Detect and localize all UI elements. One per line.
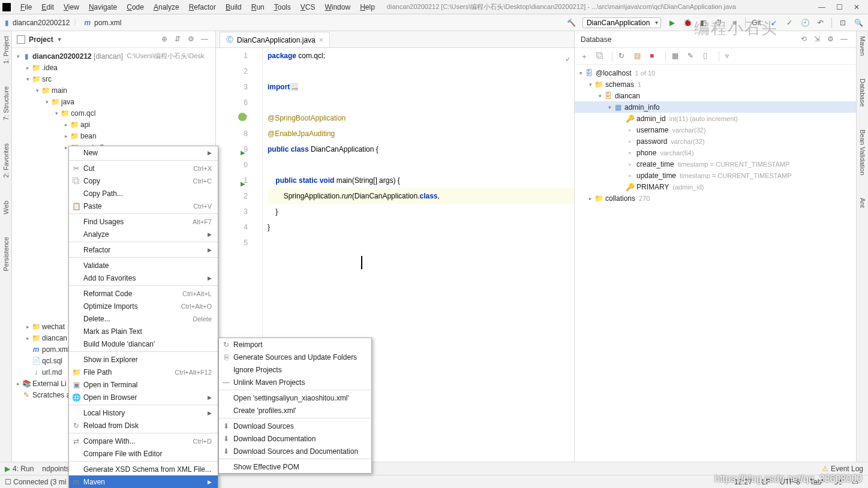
hide-icon[interactable]: — bbox=[201, 35, 211, 44]
menu-vcs[interactable]: VCS bbox=[296, 2, 320, 13]
hammer-icon[interactable]: 🔨 bbox=[567, 18, 576, 28]
tool-structure[interactable]: 7: Structure bbox=[2, 84, 10, 123]
ctx-item[interactable]: ↻Reload from Disk bbox=[69, 419, 218, 432]
collapse-icon[interactable]: ⇵ bbox=[175, 35, 184, 44]
ctx-item[interactable]: ▣Open in Terminal bbox=[69, 378, 218, 391]
db-column[interactable]: 🔑admin_idint(11) (auto increment) bbox=[575, 113, 856, 124]
db-column[interactable]: ▫create_timetimestamp = CURRENT_TIMESTAM… bbox=[575, 158, 856, 170]
ctx-item[interactable]: Build Module 'diancan' bbox=[69, 338, 218, 350]
ctx-item[interactable]: Refactor▶ bbox=[69, 243, 218, 256]
ctx-item[interactable]: Open 'settingsaliyun_xiaoshitou.xml' bbox=[219, 391, 371, 404]
ctx-item[interactable]: Reformat CodeCtrl+Alt+L bbox=[69, 287, 218, 300]
menu-build[interactable]: Build bbox=[221, 2, 247, 13]
tool-database[interactable]: Database bbox=[859, 76, 866, 109]
menu-code[interactable]: Code bbox=[122, 2, 149, 13]
close-icon[interactable]: ✕ bbox=[854, 3, 860, 11]
ctx-item[interactable]: ✂CutCtrl+X bbox=[69, 162, 218, 174]
ctx-item[interactable]: Show Effective POM bbox=[219, 460, 371, 473]
menu-window[interactable]: Window bbox=[320, 2, 355, 13]
ctx-item[interactable]: Mark as Plain Text bbox=[69, 325, 218, 338]
menu-run[interactable]: Run bbox=[247, 2, 269, 13]
ddl-icon[interactable]: ▤ bbox=[634, 52, 644, 61]
ctx-item[interactable]: Find UsagesAlt+F7 bbox=[69, 215, 218, 228]
db-column[interactable]: ▫usernamevarchar(32) bbox=[575, 124, 856, 135]
profiler-icon[interactable]: ⏱ bbox=[714, 18, 723, 28]
ctx-item[interactable]: 📁File PathCtrl+Alt+F12 bbox=[69, 366, 218, 378]
ctx-item[interactable]: Local History▶ bbox=[69, 406, 218, 419]
ctx-item[interactable]: Copy Path... bbox=[69, 187, 218, 200]
ctx-item[interactable]: ⇄Compare With...Ctrl+D bbox=[69, 435, 218, 447]
menu-refactor[interactable]: Refactor bbox=[184, 2, 221, 13]
expand-icon[interactable]: ⇲ bbox=[814, 35, 824, 44]
maximize-icon[interactable]: ☐ bbox=[836, 3, 843, 11]
ctx-item[interactable]: mMaven▶ bbox=[69, 475, 218, 488]
ctx-item[interactable]: ⿻CopyCtrl+C bbox=[69, 174, 218, 187]
ctx-item[interactable]: Create 'profiles.xml' bbox=[219, 404, 371, 417]
ctx-item[interactable]: Validate bbox=[69, 259, 218, 272]
caret-position[interactable]: 12:27 bbox=[729, 478, 757, 486]
coverage-icon[interactable]: ◧ bbox=[698, 18, 708, 28]
ctx-item[interactable]: Optimize ImportsCtrl+Alt+O bbox=[69, 300, 218, 312]
ctx-item[interactable]: 📋PasteCtrl+V bbox=[69, 200, 218, 212]
database-tree[interactable]: ▾🗄@localhost1 of 10 ▾📁schemas1 ▾🗄diancan… bbox=[575, 65, 856, 462]
tool-bean-validation[interactable]: Bean Validation bbox=[859, 127, 866, 177]
table-view-icon[interactable]: ▦ bbox=[672, 52, 681, 61]
git-update-icon[interactable]: ↙ bbox=[769, 18, 779, 28]
locate-icon[interactable]: ⊕ bbox=[161, 35, 171, 44]
ctx-item[interactable]: Ignore Projects bbox=[219, 363, 371, 376]
tool-web[interactable]: Web bbox=[2, 198, 10, 216]
menu-analyze[interactable]: Analyze bbox=[149, 2, 184, 13]
search-everywhere-icon[interactable]: 🔍 bbox=[854, 18, 863, 28]
db-column[interactable]: ▫phonevarchar(64) bbox=[575, 147, 856, 158]
event-log-tool[interactable]: ⚠Event Log bbox=[822, 465, 863, 473]
project-view-icon[interactable] bbox=[17, 35, 25, 44]
tool-project[interactable]: 1: Project bbox=[2, 34, 10, 66]
debug-icon[interactable]: 🐞 bbox=[683, 18, 692, 28]
ctx-item[interactable]: 🌐Open in Browser▶ bbox=[69, 391, 218, 403]
endpoints-tool[interactable]: ndpoints bbox=[42, 465, 69, 473]
ctx-item[interactable]: —Unlink Maven Projects bbox=[219, 376, 371, 388]
tool-maven[interactable]: Maven bbox=[859, 34, 866, 58]
duplicate-icon[interactable]: ⿻ bbox=[596, 52, 606, 61]
ctx-item[interactable]: ↻Reimport bbox=[219, 338, 371, 351]
ctx-item[interactable]: Show in Explorer bbox=[69, 353, 218, 366]
file-encoding[interactable]: UTF-8 bbox=[775, 478, 805, 486]
ctx-item[interactable]: ⎘Generate Sources and Update Folders bbox=[219, 351, 371, 363]
git-branch-icon[interactable]: ⎇ bbox=[829, 478, 847, 486]
ctx-item[interactable]: Generate XSD Schema from XML File... bbox=[69, 463, 218, 475]
ctx-item[interactable]: Compare File with Editor bbox=[69, 447, 218, 460]
git-commit-icon[interactable]: ✓ bbox=[785, 18, 794, 28]
menu-navigate[interactable]: Navigate bbox=[84, 2, 122, 13]
menu-edit[interactable]: Edit bbox=[37, 2, 59, 13]
db-column[interactable]: 🔑PRIMARY(admin_id) bbox=[575, 181, 856, 192]
menu-view[interactable]: View bbox=[59, 2, 84, 13]
run-config-select[interactable]: DianCanApplication bbox=[582, 17, 661, 28]
settings-icon[interactable]: ⚙ bbox=[188, 35, 197, 44]
tool-favorites[interactable]: 2: Favorites bbox=[2, 141, 10, 180]
db-column[interactable]: ▫passwordvarchar(32) bbox=[575, 135, 856, 147]
breadcrumb-project[interactable]: diancan20200212 bbox=[13, 19, 70, 27]
ctx-item[interactable]: Analyze▶ bbox=[69, 228, 218, 240]
line-separator[interactable]: LF bbox=[757, 478, 775, 486]
ctx-item[interactable]: New▶ bbox=[69, 146, 218, 159]
editor-tab[interactable]: Ⓒ DianCanApplication.java × bbox=[220, 32, 330, 47]
ctx-item[interactable]: ⬇Download Sources and Documentation bbox=[219, 445, 371, 457]
ctx-item[interactable]: Delete...Delete bbox=[69, 312, 218, 325]
dropdown-icon[interactable]: ▼ bbox=[57, 37, 62, 43]
filter-icon[interactable]: ▿ bbox=[725, 52, 735, 61]
refresh-icon[interactable]: ⟲ bbox=[801, 35, 810, 44]
run-icon[interactable]: ▶ bbox=[667, 18, 677, 28]
minimize-icon[interactable]: — bbox=[818, 3, 825, 11]
spring-icon[interactable] bbox=[238, 113, 247, 121]
settings-icon[interactable]: ⚙ bbox=[827, 35, 837, 44]
db-column[interactable]: ▫update_timetimestamp = CURRENT_TIMESTAM… bbox=[575, 170, 856, 181]
git-revert-icon[interactable]: ↶ bbox=[816, 18, 825, 28]
ctx-item[interactable]: ⬇Download Sources bbox=[219, 420, 371, 432]
context-menu-main[interactable]: New▶✂CutCtrl+X⿻CopyCtrl+CCopy Path...📋Pa… bbox=[68, 146, 218, 488]
git-history-icon[interactable]: 🕘 bbox=[800, 18, 810, 28]
console-icon[interactable]: ⌷ bbox=[703, 52, 713, 61]
menu-tools[interactable]: Tools bbox=[269, 2, 296, 13]
breadcrumb-file[interactable]: pom.xml bbox=[94, 19, 121, 27]
memory-indicator[interactable]: ▭ bbox=[847, 478, 863, 486]
run-tool[interactable]: ▶4: Run bbox=[5, 465, 34, 473]
